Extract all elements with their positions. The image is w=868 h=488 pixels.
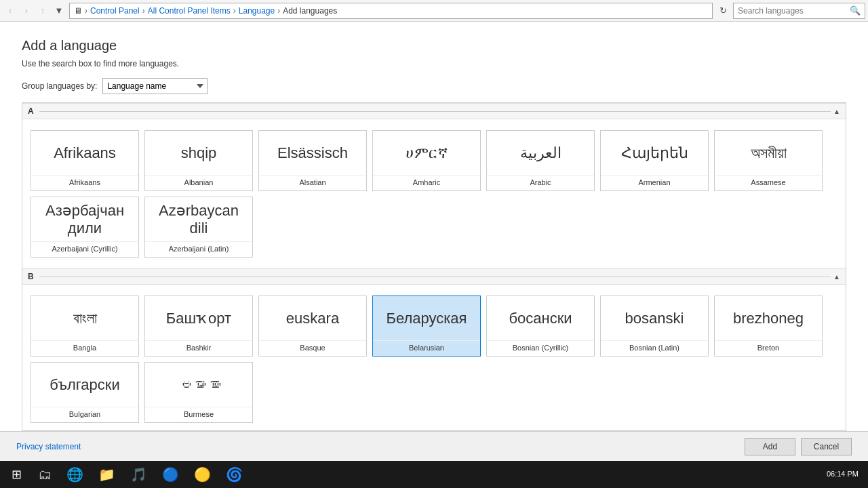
- page-subtitle: Use the search box to find more language…: [22, 59, 846, 68]
- group-by-row: Group languages by: Language name: [22, 78, 846, 94]
- language-grid-container[interactable]: A ▲ AfrikaansAfrikaansshqipAlbanianElsäs…: [22, 102, 846, 431]
- search-input[interactable]: [738, 6, 850, 16]
- address-bar: ‹ › ↑ ▼ 🖥 › Control Panel › All Control …: [0, 0, 868, 22]
- language-native-text: Azərbaycan dili: [145, 197, 252, 241]
- language-english-name: Bosnian (Latin): [601, 340, 708, 356]
- language-english-name: Alsatian: [259, 175, 366, 190]
- search-bar: 🔍: [733, 3, 865, 19]
- start-button[interactable]: ⊞: [3, 461, 30, 488]
- page-title: Add a language: [22, 38, 846, 54]
- refresh-button[interactable]: ↻: [715, 3, 730, 18]
- language-tile[interactable]: العربيةArabic: [486, 130, 595, 191]
- language-english-name: Arabic: [487, 175, 594, 190]
- section-header-B[interactable]: B ▲: [22, 268, 846, 285]
- language-native-text: shqip: [145, 131, 252, 175]
- language-native-text: অসমীয়া: [715, 131, 822, 175]
- language-native-text: العربية: [487, 131, 594, 175]
- taskbar-item-7[interactable]: 🌀: [219, 462, 250, 487]
- language-english-name: Bangla: [31, 340, 138, 356]
- language-tile[interactable]: bosanskiBosnian (Latin): [600, 296, 709, 357]
- language-tile[interactable]: българскиBulgarian: [31, 362, 139, 423]
- language-english-name: Afrikaans: [31, 175, 138, 190]
- language-native-text: босански: [487, 296, 594, 340]
- language-native-text: български: [31, 363, 138, 407]
- language-tile[interactable]: БашҡортBashkir: [144, 296, 253, 357]
- language-tile[interactable]: Азәрбајчан дилиAzerbaijani (Cyrillic): [31, 197, 139, 258]
- language-english-name: Azerbaijani (Latin): [145, 241, 252, 257]
- language-tile[interactable]: ሀምርኛAmharic: [372, 130, 481, 191]
- language-tile[interactable]: অসমীয়াAssamese: [714, 130, 823, 191]
- language-english-name: Belarusian: [373, 340, 480, 356]
- clock-time: 06:14 PM: [827, 469, 859, 479]
- section-line: [39, 111, 831, 112]
- taskbar-item-6[interactable]: 🟡: [187, 462, 218, 487]
- taskbar-clock: 06:14 PM: [820, 469, 865, 479]
- language-tile[interactable]: ElsässischAlsatian: [258, 130, 367, 191]
- language-english-name: Breton: [715, 340, 822, 356]
- group-by-select[interactable]: Language name: [102, 78, 208, 94]
- language-english-name: Armenian: [601, 175, 708, 190]
- language-tile[interactable]: босанскиBosnian (Cyrillic): [486, 296, 595, 357]
- privacy-link[interactable]: Privacy statement: [16, 442, 81, 451]
- language-english-name: Burmese: [145, 407, 252, 422]
- breadcrumb-current: Add languages: [283, 6, 337, 16]
- footer: Privacy statement Add Cancel: [0, 431, 868, 461]
- footer-buttons: Add Cancel: [745, 438, 852, 455]
- language-grid-B: বাংলাBanglaБашҡортBashkireuskaraBasqueБе…: [22, 285, 846, 431]
- section-line: [39, 277, 831, 277]
- breadcrumb-all-items[interactable]: All Control Panel Items: [148, 6, 231, 16]
- language-english-name: Azerbaijani (Cyrillic): [31, 241, 138, 257]
- search-button[interactable]: 🔍: [850, 5, 861, 16]
- language-english-name: Bulgarian: [31, 407, 138, 422]
- language-native-text: ဗမာစာ: [145, 363, 252, 407]
- language-native-text: brezhoneg: [715, 296, 822, 340]
- language-native-text: Elsässisch: [259, 131, 366, 175]
- language-english-name: Amharic: [373, 175, 480, 190]
- language-grid-A: AfrikaansAfrikaansshqipAlbanianElsässisc…: [22, 119, 846, 268]
- taskbar: ⊞ 🗂 🌐 📁 🎵 🔵 🟡 🌀 06:14 PM: [0, 461, 868, 488]
- nav-buttons: ‹ › ↑ ▼: [3, 3, 66, 18]
- language-tile[interactable]: ՀայերենArmenian: [600, 130, 709, 191]
- taskbar-item-5[interactable]: 🔵: [155, 462, 186, 487]
- language-native-text: Беларуская: [373, 296, 480, 340]
- recent-locations-button[interactable]: ▼: [52, 3, 66, 18]
- language-english-name: Basque: [259, 340, 366, 356]
- language-native-text: Азәрбајчан дили: [31, 197, 138, 241]
- up-button[interactable]: ↑: [35, 3, 50, 18]
- language-native-text: বাংলা: [31, 296, 138, 340]
- breadcrumb-language[interactable]: Language: [239, 6, 275, 16]
- language-tile[interactable]: БеларускаяBelarusian: [372, 296, 481, 357]
- cancel-button[interactable]: Cancel: [801, 438, 852, 455]
- language-native-text: bosanski: [601, 296, 708, 340]
- language-english-name: Bashkir: [145, 340, 252, 356]
- language-native-text: Afrikaans: [31, 131, 138, 175]
- main-content: Add a language Use the search box to fin…: [0, 22, 868, 431]
- language-tile[interactable]: Azərbaycan diliAzerbaijani (Latin): [144, 197, 253, 258]
- breadcrumb-bar: 🖥 › Control Panel › All Control Panel It…: [69, 3, 713, 19]
- section-header-A[interactable]: A ▲: [22, 103, 846, 119]
- language-tile[interactable]: ဗမာစာBurmese: [144, 362, 253, 423]
- breadcrumb-control-panel[interactable]: Control Panel: [90, 6, 140, 16]
- language-english-name: Bosnian (Cyrillic): [487, 340, 594, 356]
- section-letter: B: [28, 272, 34, 281]
- language-native-text: Հայերեն: [601, 131, 708, 175]
- section-letter: A: [28, 106, 34, 116]
- taskbar-item-2[interactable]: 🌐: [60, 462, 90, 487]
- language-tile[interactable]: বাংলাBangla: [31, 296, 139, 357]
- back-button[interactable]: ‹: [3, 3, 18, 18]
- language-tile[interactable]: shqipAlbanian: [144, 130, 253, 191]
- taskbar-item-4[interactable]: 🎵: [123, 462, 154, 487]
- language-native-text: ሀምርኛ: [373, 131, 480, 175]
- language-tile[interactable]: AfrikaansAfrikaans: [31, 130, 139, 191]
- taskbar-item-3[interactable]: 📁: [92, 462, 122, 487]
- section-collapse[interactable]: ▲: [833, 273, 840, 281]
- language-tile[interactable]: euskaraBasque: [258, 296, 367, 357]
- section-collapse[interactable]: ▲: [833, 108, 840, 115]
- forward-button[interactable]: ›: [19, 3, 34, 18]
- language-tile[interactable]: brezhonegBreton: [714, 296, 823, 357]
- taskbar-item-1[interactable]: 🗂: [31, 462, 58, 487]
- language-english-name: Albanian: [145, 175, 252, 190]
- language-english-name: Assamese: [715, 175, 822, 190]
- add-button[interactable]: Add: [745, 438, 795, 455]
- language-native-text: Башҡорт: [145, 296, 252, 340]
